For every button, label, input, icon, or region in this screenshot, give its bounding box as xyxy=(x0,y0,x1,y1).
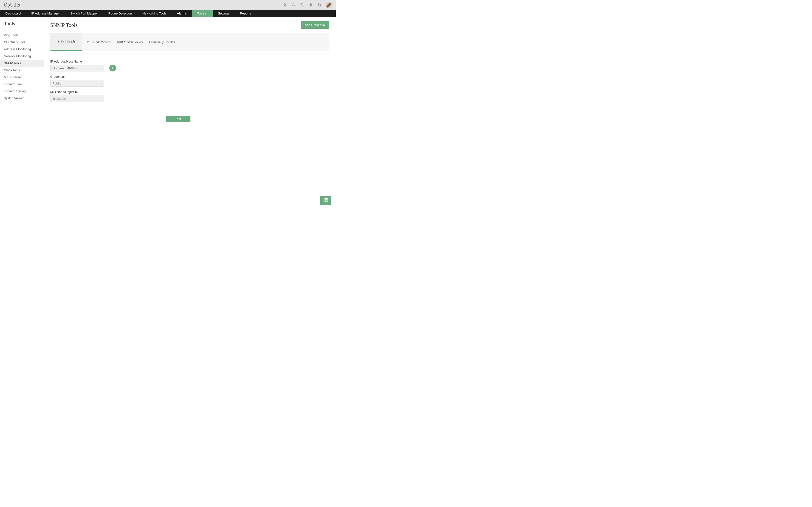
credential-label: Credential xyxy=(50,75,191,78)
form-row-credential: Credential Public xyxy=(50,75,191,87)
nav-reports[interactable]: Reports xyxy=(235,10,256,17)
brand-title: OpUtils xyxy=(4,2,20,8)
sidebar-item-forward-trap[interactable]: Forward Trap xyxy=(0,80,44,88)
topbar: OpUtils xyxy=(0,0,336,10)
bell-icon[interactable] xyxy=(309,3,313,7)
gear-icon[interactable] xyxy=(317,3,322,7)
search-icon[interactable] xyxy=(300,3,304,7)
form-area: IP Address/Host Name Opman-m10-64-2 + Cr… xyxy=(50,60,191,122)
sidebar-item-snmp-tools[interactable]: SNMP Tools xyxy=(0,60,44,67)
layout: Tools Ping Tools CLI Query Tool Address … xyxy=(0,17,336,210)
content: SNMP Tools Add Credential SNMP Graph MIB… xyxy=(44,17,336,210)
mib-input[interactable]: ifInOctets xyxy=(50,95,104,102)
tab-mib-node-viewer[interactable]: MIB Node Viewer xyxy=(83,33,114,51)
tab-mib-module-viewer[interactable]: MIB Module Viewer xyxy=(114,33,146,51)
sidebar-item-syslog-viewer[interactable]: Syslog Viewer xyxy=(0,95,44,102)
sidebar-item-forward-syslog[interactable]: Forward Syslog xyxy=(0,88,44,95)
mib-label: MIB Node/Object ID xyxy=(50,90,191,94)
headset-icon[interactable] xyxy=(291,3,296,7)
nav-rogue-detection[interactable]: Rogue Detection xyxy=(103,10,137,17)
host-label: IP Address/Host Name xyxy=(50,60,191,63)
page-title: SNMP Tools xyxy=(50,22,78,28)
form-row-mib: MIB Node/Object ID ifInOctets xyxy=(50,90,191,102)
main-nav: Dashboard IP Address Manager Switch Port… xyxy=(0,10,336,17)
plot-button[interactable]: Plot xyxy=(166,116,191,122)
sidebar-item-cisco-tools[interactable]: Cisco Tools xyxy=(0,67,44,74)
nav-switch-port-mapper[interactable]: Switch Port Mapper xyxy=(65,10,103,17)
add-credential-button[interactable]: Add Credential xyxy=(301,21,329,29)
tabs: SNMP Graph MIB Node Viewer MIB Module Vi… xyxy=(50,33,329,51)
nav-dashboard[interactable]: Dashboard xyxy=(0,10,26,17)
chat-icon xyxy=(323,198,329,204)
credential-select[interactable]: Public xyxy=(50,80,104,87)
host-select-value: Opman-m10-64-2 xyxy=(52,66,77,70)
sidebar-list: Ping Tools CLI Query Tool Address Monito… xyxy=(0,32,44,102)
sidebar-item-cli-query-tool[interactable]: CLI Query Tool xyxy=(0,39,44,46)
chat-button[interactable] xyxy=(320,196,331,205)
rocket-icon[interactable] xyxy=(283,3,287,7)
mib-input-value: ifInOctets xyxy=(52,97,66,101)
chevron-down-icon xyxy=(99,80,104,87)
sidebar-item-ping-tools[interactable]: Ping Tools xyxy=(0,32,44,39)
sidebar-title: Tools xyxy=(0,21,44,29)
host-select[interactable]: Opman-m10-64-2 xyxy=(50,65,104,71)
tab-community-checker[interactable]: Community Checker xyxy=(146,33,178,51)
sidebar-item-mib-browser[interactable]: MIB Browser xyxy=(0,74,44,80)
nav-alarms[interactable]: Alarms xyxy=(171,10,192,17)
nav-settings[interactable]: Settings xyxy=(213,10,235,17)
nav-ip-address-manager[interactable]: IP Address Manager xyxy=(26,10,65,17)
plot-row: Plot xyxy=(50,116,191,122)
topbar-icons xyxy=(283,2,332,8)
nav-networking-tools[interactable]: Networking Tools xyxy=(137,10,171,17)
chevron-down-icon xyxy=(99,65,104,71)
sidebar-item-network-monitoring[interactable]: Network Monitoring xyxy=(0,53,44,60)
tab-snmp-graph[interactable]: SNMP Graph xyxy=(51,33,83,51)
plus-icon: + xyxy=(111,66,114,70)
form-row-host: IP Address/Host Name Opman-m10-64-2 + xyxy=(50,60,191,71)
credential-select-value: Public xyxy=(52,81,61,85)
sidebar-item-address-monitoring[interactable]: Address Monitoring xyxy=(0,46,44,53)
user-avatar[interactable] xyxy=(326,2,332,8)
nav-toolset[interactable]: Toolset xyxy=(192,10,213,17)
add-host-button[interactable]: + xyxy=(109,65,116,71)
content-header: SNMP Tools Add Credential xyxy=(50,21,329,29)
sidebar: Tools Ping Tools CLI Query Tool Address … xyxy=(0,17,44,210)
